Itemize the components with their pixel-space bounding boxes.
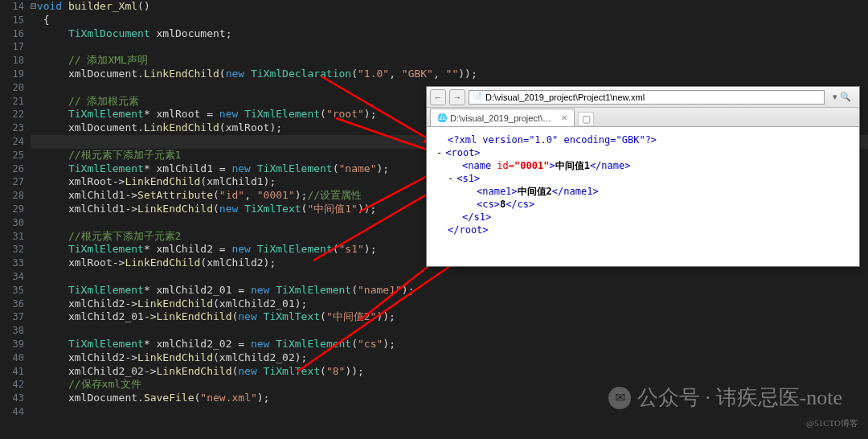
code-line[interactable]: TiXmlElement* xmlChild2_01 = new TiXmlEl… xyxy=(31,284,868,297)
tab-close-icon[interactable]: ✕ xyxy=(561,113,567,122)
wechat-icon: ✉ xyxy=(608,387,631,409)
xml-s1-close: </s1> xyxy=(462,211,491,223)
tab-label: D:\visual_2019_project\Pr... xyxy=(450,113,556,123)
nav-back-button[interactable]: ← xyxy=(430,89,446,105)
code-line[interactable]: // 添加XML声明 xyxy=(31,54,868,68)
xml-cs-open: <cs> xyxy=(477,199,500,210)
xml-name1-open: <name1> xyxy=(477,186,518,197)
xml-name1-text: 中间值2 xyxy=(518,186,552,197)
code-line[interactable] xyxy=(31,324,868,338)
browser-tabs: 🌐 D:\visual_2019_project\Pr... ✕ ▢ xyxy=(427,108,859,127)
code-line[interactable]: xmlChild2->LinkEndChild(xmlChild2_02); xyxy=(31,351,868,365)
fold-minus-icon[interactable]: - xyxy=(448,173,453,184)
tab-file-icon: 🌐 xyxy=(437,113,447,123)
search-dropdown-icon[interactable]: ▾ 🔍 xyxy=(833,92,851,102)
xml-root-close: </root> xyxy=(448,224,489,236)
fold-minus-icon[interactable]: - xyxy=(436,147,442,158)
xml-name-text: 中间值1 xyxy=(555,160,590,171)
line-number-gutter: 1415161718192021222324252627282930313233… xyxy=(0,0,31,439)
code-line[interactable]: xmlDocument.LinkEndChild(new TiXmlDeclar… xyxy=(31,68,868,81)
code-line[interactable] xyxy=(31,40,868,54)
browser-toolbar: ← → 📄 D:\visual_2019_project\Project1\ne… xyxy=(427,87,859,108)
watermark-large: ✉ 公众号 · 讳疾忌医-note xyxy=(608,384,842,412)
code-line[interactable]: { xyxy=(31,14,868,27)
address-bar[interactable]: 📄 D:\visual_2019_project\Project1\new.xm… xyxy=(469,90,825,105)
xml-root-open: <root> xyxy=(445,147,480,158)
code-line[interactable]: TiXmlDocument xmlDocument; xyxy=(31,27,868,41)
code-line[interactable] xyxy=(31,270,868,284)
code-line[interactable]: xmlChild2->LinkEndChild(xmlChild2_01); xyxy=(31,297,868,311)
browser-window: ← → 📄 D:\visual_2019_project\Project1\ne… xyxy=(426,86,860,267)
xml-s1-open: <s1> xyxy=(457,173,480,184)
xml-name-tag: <name xyxy=(462,160,497,171)
code-line[interactable]: xmlChild2_02->LinkEndChild(new TiXmlText… xyxy=(31,365,868,379)
code-line[interactable]: ⊟void builder_Xml() xyxy=(31,0,868,14)
address-text: D:\visual_2019_project\Project1\new.xml xyxy=(485,92,645,102)
browser-tab-active[interactable]: 🌐 D:\visual_2019_project\Pr... ✕ xyxy=(430,109,575,126)
nav-forward-button[interactable]: → xyxy=(449,89,465,105)
code-line[interactable]: TiXmlElement* xmlChild2_02 = new TiXmlEl… xyxy=(31,338,868,351)
new-tab-button[interactable]: ▢ xyxy=(578,112,594,126)
watermark-small: @51CTO博客 xyxy=(806,417,858,429)
file-icon: 📄 xyxy=(473,92,482,102)
xml-declaration: <?xml version="1.0" encoding="GBK"?> xyxy=(448,134,657,146)
xml-content: <?xml version="1.0" encoding="GBK"?> -<r… xyxy=(427,127,859,243)
code-line[interactable]: xmlChild2_01->LinkEndChild(new TiXmlText… xyxy=(31,310,868,324)
